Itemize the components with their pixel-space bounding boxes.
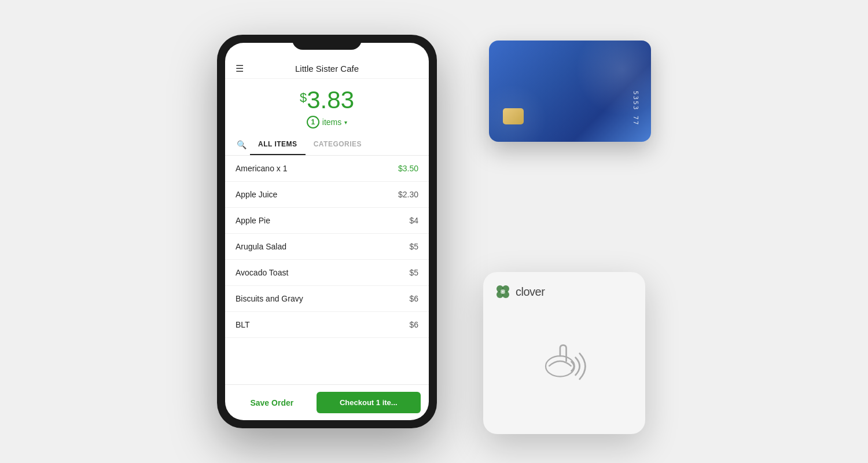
- items-label: items: [322, 117, 341, 127]
- item-name: Biscuits and Gravy: [236, 294, 303, 303]
- item-price: $3.50: [398, 164, 418, 173]
- list-item[interactable]: Arugula Salad $5: [225, 234, 429, 260]
- item-name: Avocado Toast: [236, 268, 288, 277]
- bottom-bar: Save Order Checkout 1 ite...: [225, 384, 429, 420]
- list-item[interactable]: Apple Juice $2.30: [225, 182, 429, 208]
- search-icon[interactable]: 🔍: [233, 135, 250, 154]
- items-count-circle: 1: [307, 116, 319, 128]
- total-amount: $ 3.83: [300, 88, 354, 112]
- list-item[interactable]: Avocado Toast $5: [225, 260, 429, 286]
- svg-point-4: [501, 289, 505, 294]
- card-number: 5353 77: [632, 91, 639, 126]
- item-price: $4: [409, 216, 418, 225]
- checkout-button[interactable]: Checkout 1 ite...: [317, 392, 421, 413]
- cafe-name: Little Sister Cafe: [249, 64, 404, 74]
- item-price: $2.30: [398, 190, 418, 199]
- card-chip: [503, 108, 524, 124]
- item-name: BLT: [236, 320, 250, 329]
- list-item[interactable]: Americano x 1 $3.50: [225, 156, 429, 182]
- list-item[interactable]: Biscuits and Gravy $6: [225, 286, 429, 312]
- total-value: 3.83: [307, 88, 354, 112]
- scene: ☰ Little Sister Cafe $ 3.83 1 items ▾ 🔍 …: [217, 23, 651, 440]
- clover-device: clover: [483, 272, 645, 434]
- item-name: Americano x 1: [236, 164, 287, 173]
- item-list: Americano x 1 $3.50 Apple Juice $2.30 Ap…: [225, 156, 429, 384]
- nfc-symbol-icon: [532, 338, 596, 384]
- tab-categories[interactable]: CATEGORIES: [306, 134, 370, 155]
- phone-notch: [292, 35, 362, 50]
- item-name: Arugula Salad: [236, 242, 286, 251]
- credit-card: 5353 77: [489, 41, 651, 142]
- tabs-bar: 🔍 ALL ITEMS CATEGORIES: [225, 134, 429, 156]
- list-item[interactable]: Apple Pie $4: [225, 208, 429, 234]
- item-price: $6: [409, 320, 418, 329]
- svg-point-5: [546, 356, 575, 377]
- total-section: $ 3.83 1 items ▾: [225, 79, 429, 134]
- total-dollar-sign: $: [300, 91, 307, 104]
- menu-icon[interactable]: ☰: [236, 64, 244, 74]
- clover-brand-icon: [495, 284, 511, 300]
- phone-screen: ☰ Little Sister Cafe $ 3.83 1 items ▾ 🔍 …: [225, 43, 429, 420]
- tab-all-items[interactable]: ALL ITEMS: [250, 134, 306, 155]
- item-name: Apple Pie: [236, 216, 270, 225]
- item-name: Apple Juice: [236, 190, 277, 199]
- item-price: $5: [409, 268, 418, 277]
- items-badge[interactable]: 1 items ▾: [307, 116, 347, 128]
- list-item[interactable]: BLT $6: [225, 312, 429, 338]
- nfc-area: [495, 300, 634, 422]
- card-shine: [576, 41, 651, 116]
- clover-brand-name: clover: [516, 285, 545, 299]
- save-order-button[interactable]: Save Order: [233, 398, 311, 407]
- item-price: $6: [409, 294, 418, 303]
- item-price: $5: [409, 242, 418, 251]
- clover-logo: clover: [495, 284, 545, 300]
- chevron-down-icon: ▾: [344, 119, 347, 126]
- phone: ☰ Little Sister Cafe $ 3.83 1 items ▾ 🔍 …: [217, 35, 437, 428]
